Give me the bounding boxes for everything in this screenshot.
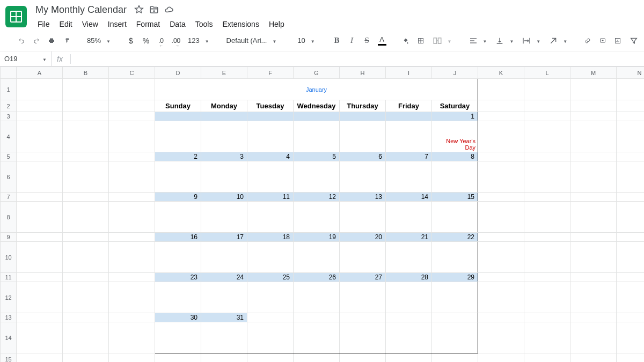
- row-header[interactable]: 2: [1, 100, 17, 112]
- textcolor-button[interactable]: A: [376, 34, 389, 48]
- date-cell[interactable]: 24: [201, 273, 247, 282]
- cell[interactable]: [63, 121, 109, 152]
- cell[interactable]: [570, 193, 617, 202]
- cell[interactable]: [570, 152, 617, 161]
- cell[interactable]: [294, 353, 340, 363]
- cell[interactable]: [17, 161, 63, 193]
- cell[interactable]: [570, 313, 617, 322]
- event-cell[interactable]: [201, 121, 247, 152]
- menu-tools[interactable]: Tools: [191, 18, 217, 31]
- valign-dropdown[interactable]: [492, 34, 517, 48]
- cell[interactable]: [109, 112, 155, 121]
- row-header[interactable]: 15: [1, 353, 17, 363]
- date-cell[interactable]: 17: [201, 233, 247, 242]
- cell[interactable]: [617, 313, 645, 322]
- cell[interactable]: [17, 353, 63, 363]
- date-cell[interactable]: [155, 112, 201, 121]
- cloud-icon[interactable]: [164, 5, 174, 14]
- cell[interactable]: [570, 322, 617, 353]
- date-cell[interactable]: 12: [294, 193, 340, 202]
- borders-button[interactable]: [414, 34, 427, 48]
- cell[interactable]: [63, 100, 109, 112]
- fillcolor-button[interactable]: [399, 34, 412, 48]
- date-cell[interactable]: 1: [432, 112, 478, 121]
- move-icon[interactable]: [149, 5, 159, 14]
- date-cell[interactable]: 20: [340, 233, 386, 242]
- filter-dropdown[interactable]: [626, 34, 644, 48]
- cell[interactable]: [570, 121, 617, 152]
- cell[interactable]: [63, 322, 109, 353]
- sheets-logo[interactable]: [5, 6, 27, 27]
- cell[interactable]: [63, 233, 109, 242]
- cell[interactable]: [17, 193, 63, 202]
- date-cell[interactable]: 5: [294, 152, 340, 161]
- cell[interactable]: [617, 112, 645, 121]
- date-cell[interactable]: 11: [247, 193, 294, 202]
- cell[interactable]: [109, 152, 155, 161]
- cell[interactable]: [478, 202, 524, 233]
- date-cell[interactable]: 19: [294, 233, 340, 242]
- cell[interactable]: [63, 353, 109, 363]
- col-header[interactable]: A: [17, 67, 63, 79]
- cell[interactable]: [155, 353, 201, 363]
- row-header[interactable]: 5: [1, 152, 17, 161]
- col-header[interactable]: I: [386, 67, 432, 79]
- cell[interactable]: [340, 353, 386, 363]
- date-cell[interactable]: 25: [247, 273, 294, 282]
- date-cell[interactable]: [247, 313, 294, 322]
- cell[interactable]: [524, 242, 570, 273]
- date-cell[interactable]: [340, 112, 386, 121]
- bold-button[interactable]: B: [331, 34, 343, 48]
- menu-format[interactable]: Format: [132, 18, 164, 31]
- date-cell[interactable]: [201, 112, 247, 121]
- date-cell[interactable]: 8: [432, 152, 478, 161]
- event-cell[interactable]: [386, 121, 432, 152]
- cell[interactable]: [201, 353, 247, 363]
- event-cell[interactable]: [247, 322, 294, 353]
- date-cell[interactable]: 21: [386, 233, 432, 242]
- cell[interactable]: [524, 121, 570, 152]
- cell[interactable]: [617, 322, 645, 353]
- cell[interactable]: [478, 353, 524, 363]
- cell[interactable]: [109, 282, 155, 313]
- cell[interactable]: [63, 79, 109, 100]
- cell[interactable]: [570, 100, 617, 112]
- print-button[interactable]: [45, 34, 58, 48]
- cell[interactable]: [617, 242, 645, 273]
- event-cell[interactable]: [247, 242, 294, 273]
- month-title[interactable]: January: [155, 79, 478, 100]
- event-cell[interactable]: [432, 242, 478, 273]
- col-header[interactable]: G: [294, 67, 340, 79]
- cell[interactable]: [524, 322, 570, 353]
- col-header[interactable]: D: [155, 67, 201, 79]
- event-cell[interactable]: [340, 242, 386, 273]
- date-cell[interactable]: 31: [201, 313, 247, 322]
- cell[interactable]: [432, 353, 478, 363]
- date-cell[interactable]: 3: [201, 152, 247, 161]
- event-cell[interactable]: [155, 242, 201, 273]
- number-format-dropdown[interactable]: 123: [185, 34, 213, 48]
- date-cell[interactable]: 26: [294, 273, 340, 282]
- cell[interactable]: [524, 353, 570, 363]
- cell[interactable]: [617, 273, 645, 282]
- event-cell[interactable]: [201, 322, 247, 353]
- menu-view[interactable]: View: [78, 18, 103, 31]
- weekday-header[interactable]: Saturday: [432, 100, 478, 112]
- row-header[interactable]: 11: [1, 273, 17, 282]
- cell[interactable]: [17, 233, 63, 242]
- col-header[interactable]: L: [524, 67, 570, 79]
- row-header[interactable]: 7: [1, 193, 17, 202]
- event-cell[interactable]: [386, 161, 432, 193]
- rotate-dropdown[interactable]: [546, 34, 570, 48]
- cell[interactable]: [478, 152, 524, 161]
- event-cell[interactable]: [155, 322, 201, 353]
- event-cell[interactable]: New Year's Day: [432, 121, 478, 152]
- event-cell[interactable]: [247, 282, 294, 313]
- formula-input[interactable]: [71, 51, 644, 66]
- cell[interactable]: [17, 121, 63, 152]
- star-icon[interactable]: [134, 5, 144, 14]
- cell[interactable]: [617, 152, 645, 161]
- cell[interactable]: [524, 202, 570, 233]
- cell[interactable]: [17, 100, 63, 112]
- cell[interactable]: [109, 322, 155, 353]
